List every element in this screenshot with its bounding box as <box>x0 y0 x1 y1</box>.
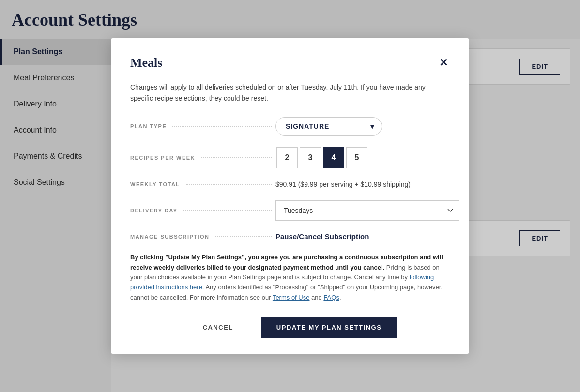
manage-dotted <box>215 236 272 237</box>
plan-type-label: PLAN TYPE <box>130 123 275 129</box>
modal-notice: Changes will apply to all deliveries sch… <box>130 82 450 104</box>
plan-type-wrapper: SIGNATURE VEGETARIAN FAMILY <box>275 117 382 136</box>
recipes-5-button[interactable]: 5 <box>346 147 367 168</box>
recipes-per-week-row: RECIPES PER WEEK 2 3 4 5 <box>130 147 450 168</box>
cancel-button[interactable]: CANCEL <box>183 317 253 338</box>
modal-footer: CANCEL UPDATE MY PLAN SETTINGS <box>130 317 450 338</box>
weekly-total-dotted <box>186 184 272 185</box>
terms-of-use-link[interactable]: Terms of Use <box>273 294 310 301</box>
meals-modal: Meals ✕ Changes will apply to all delive… <box>111 38 469 354</box>
update-plan-button[interactable]: UPDATE MY PLAN SETTINGS <box>261 317 397 338</box>
recipes-3-button[interactable]: 3 <box>300 147 321 168</box>
plan-type-select[interactable]: SIGNATURE VEGETARIAN FAMILY <box>275 117 382 136</box>
delivery-day-dotted <box>183 210 272 211</box>
page-background: Account Settings Plan Settings Meal Pref… <box>0 0 580 392</box>
legal-text: By clicking "Update My Plan Settings", y… <box>130 253 450 303</box>
manage-subscription-value: Pause/Cancel Subscription <box>275 232 450 241</box>
modal-title: Meals <box>130 56 162 70</box>
weekly-total-label: WEEKLY TOTAL <box>130 181 275 187</box>
recipes-4-button[interactable]: 4 <box>323 147 344 168</box>
recipes-label: RECIPES PER WEEK <box>130 155 275 161</box>
legal-end: . <box>339 294 341 301</box>
weekly-total-value: $90.91 ($9.99 per serving + $10.99 shipp… <box>275 180 450 189</box>
plan-type-row: PLAN TYPE SIGNATURE VEGETARIAN FAMILY <box>130 117 450 136</box>
manage-subscription-label: MANAGE SUBSCRIPTION <box>130 234 275 240</box>
delivery-day-label: DELIVERY DAY <box>130 208 275 213</box>
recipes-buttons: 2 3 4 5 <box>275 147 450 168</box>
delivery-day-row: DELIVERY DAY Mondays Tuesdays Wednesdays… <box>130 200 450 221</box>
faqs-link[interactable]: FAQs <box>323 294 339 301</box>
recipes-dotted <box>201 157 272 158</box>
weekly-total-row: WEEKLY TOTAL $90.91 ($9.99 per serving +… <box>130 180 450 189</box>
modal-close-button[interactable]: ✕ <box>437 56 450 70</box>
modal-header: Meals ✕ <box>130 56 450 70</box>
delivery-day-select[interactable]: Mondays Tuesdays Wednesdays Thursdays Fr… <box>275 200 459 221</box>
manage-subscription-row: MANAGE SUBSCRIPTION Pause/Cancel Subscri… <box>130 232 450 241</box>
plan-type-value: SIGNATURE VEGETARIAN FAMILY <box>275 117 450 136</box>
delivery-day-value: Mondays Tuesdays Wednesdays Thursdays Fr… <box>275 200 459 221</box>
legal-and: and <box>309 294 323 301</box>
recipes-2-button[interactable]: 2 <box>276 147 298 168</box>
pause-cancel-link[interactable]: Pause/Cancel Subscription <box>275 232 369 241</box>
modal-overlay: Meals ✕ Changes will apply to all delive… <box>0 0 580 392</box>
plan-type-dotted <box>172 126 272 127</box>
